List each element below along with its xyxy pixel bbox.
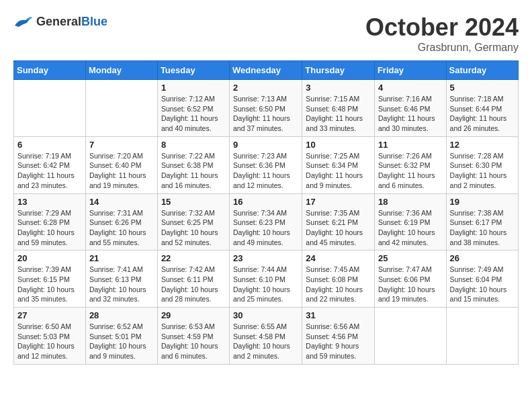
sunset-text: Sunset: 5:01 PM: [89, 332, 142, 340]
logo-general: General: [36, 15, 81, 28]
sunset-text: Sunset: 6:38 PM: [161, 161, 214, 169]
sunrise-text: Sunrise: 7:41 AM: [89, 265, 143, 273]
day-cell: 31 Sunrise: 6:56 AM Sunset: 4:56 PM Dayl…: [302, 308, 375, 365]
weekday-header-monday: Monday: [85, 61, 157, 80]
day-cell: 17 Sunrise: 7:35 AM Sunset: 6:21 PM Dayl…: [302, 193, 375, 250]
sunrise-text: Sunrise: 6:55 AM: [233, 322, 287, 330]
day-cell: 23 Sunrise: 7:44 AM Sunset: 6:10 PM Dayl…: [230, 250, 302, 308]
daylight-text: Daylight: 10 hours and 55 minutes.: [89, 228, 146, 246]
day-number: 30: [233, 310, 298, 320]
daylight-text: Daylight: 11 hours and 30 minutes.: [378, 114, 435, 132]
day-number: 28: [89, 310, 154, 320]
day-number: 31: [306, 310, 371, 320]
sunset-text: Sunset: 6:23 PM: [233, 218, 285, 226]
day-cell: 3 Sunrise: 7:15 AM Sunset: 6:48 PM Dayli…: [302, 80, 375, 137]
day-cell: 20 Sunrise: 7:39 AM Sunset: 6:15 PM Dayl…: [14, 250, 86, 308]
day-cell: 19 Sunrise: 7:38 AM Sunset: 6:17 PM Dayl…: [446, 193, 518, 250]
sunset-text: Sunset: 6:52 PM: [161, 105, 214, 113]
day-number: 21: [89, 253, 154, 263]
sunset-text: Sunset: 4:58 PM: [233, 332, 285, 340]
sunrise-text: Sunrise: 7:22 AM: [161, 152, 215, 160]
day-cell: [446, 308, 518, 365]
daylight-text: Daylight: 11 hours and 2 minutes.: [450, 171, 507, 189]
weekday-header-wednesday: Wednesday: [230, 61, 302, 80]
day-info: Sunrise: 7:22 AM Sunset: 6:38 PM Dayligh…: [161, 151, 226, 191]
day-info: Sunrise: 6:52 AM Sunset: 5:01 PM Dayligh…: [89, 322, 154, 361]
day-cell: [85, 80, 157, 137]
day-info: Sunrise: 7:31 AM Sunset: 6:26 PM Dayligh…: [89, 208, 154, 248]
sunset-text: Sunset: 6:10 PM: [233, 275, 285, 283]
sunrise-text: Sunrise: 7:25 AM: [306, 152, 359, 160]
daylight-text: Daylight: 10 hours and 9 minutes.: [89, 342, 146, 360]
sunset-text: Sunset: 6:42 PM: [17, 161, 70, 169]
daylight-text: Daylight: 11 hours and 9 minutes.: [306, 171, 363, 189]
day-number: 9: [233, 140, 298, 150]
day-cell: 5 Sunrise: 7:18 AM Sunset: 6:44 PM Dayli…: [446, 80, 518, 137]
sunrise-text: Sunrise: 7:18 AM: [450, 95, 504, 103]
sunset-text: Sunset: 6:32 PM: [378, 161, 431, 169]
day-info: Sunrise: 7:18 AM Sunset: 6:44 PM Dayligh…: [450, 94, 515, 134]
day-number: 16: [233, 197, 298, 207]
sunrise-text: Sunrise: 6:53 AM: [161, 322, 215, 330]
sunrise-text: Sunrise: 7:19 AM: [17, 152, 71, 160]
week-row-3: 13 Sunrise: 7:29 AM Sunset: 6:28 PM Dayl…: [14, 193, 519, 250]
daylight-text: Daylight: 11 hours and 12 minutes.: [233, 171, 290, 189]
sunrise-text: Sunrise: 7:29 AM: [17, 209, 71, 217]
day-number: 20: [17, 253, 82, 263]
day-cell: 1 Sunrise: 7:12 AM Sunset: 6:52 PM Dayli…: [157, 80, 229, 137]
sunrise-text: Sunrise: 7:12 AM: [161, 95, 215, 103]
sunset-text: Sunset: 6:28 PM: [17, 218, 70, 226]
day-info: Sunrise: 7:45 AM Sunset: 6:08 PM Dayligh…: [306, 265, 371, 304]
day-info: Sunrise: 7:23 AM Sunset: 6:36 PM Dayligh…: [233, 151, 298, 191]
sunrise-text: Sunrise: 7:23 AM: [233, 152, 287, 160]
day-number: 3: [306, 83, 371, 93]
sunrise-text: Sunrise: 6:50 AM: [17, 322, 71, 330]
daylight-text: Daylight: 10 hours and 45 minutes.: [306, 228, 363, 246]
daylight-text: Daylight: 10 hours and 59 minutes.: [17, 228, 75, 246]
day-number: 25: [378, 253, 443, 263]
day-cell: 29 Sunrise: 6:53 AM Sunset: 4:59 PM Dayl…: [157, 308, 229, 365]
sunrise-text: Sunrise: 7:49 AM: [450, 265, 504, 273]
daylight-text: Daylight: 9 hours and 59 minutes.: [306, 342, 359, 360]
day-info: Sunrise: 7:35 AM Sunset: 6:21 PM Dayligh…: [306, 208, 371, 248]
day-number: 5: [450, 83, 515, 93]
day-info: Sunrise: 7:28 AM Sunset: 6:30 PM Dayligh…: [450, 151, 515, 191]
sunset-text: Sunset: 6:06 PM: [378, 275, 431, 283]
sunrise-text: Sunrise: 7:31 AM: [89, 209, 143, 217]
day-info: Sunrise: 7:44 AM Sunset: 6:10 PM Dayligh…: [233, 265, 298, 304]
sunset-text: Sunset: 6:08 PM: [306, 275, 358, 283]
sunrise-text: Sunrise: 7:36 AM: [378, 209, 432, 217]
day-cell: 28 Sunrise: 6:52 AM Sunset: 5:01 PM Dayl…: [85, 308, 157, 365]
day-cell: 21 Sunrise: 7:41 AM Sunset: 6:13 PM Dayl…: [85, 250, 157, 308]
day-cell: 25 Sunrise: 7:47 AM Sunset: 6:06 PM Dayl…: [374, 250, 446, 308]
day-number: 8: [161, 140, 226, 150]
daylight-text: Daylight: 10 hours and 38 minutes.: [450, 228, 507, 246]
sunrise-text: Sunrise: 7:20 AM: [89, 152, 143, 160]
daylight-text: Daylight: 11 hours and 37 minutes.: [233, 114, 290, 132]
day-number: 11: [378, 140, 443, 150]
daylight-text: Daylight: 11 hours and 16 minutes.: [161, 171, 218, 189]
daylight-text: Daylight: 10 hours and 15 minutes.: [450, 285, 507, 304]
sunset-text: Sunset: 6:21 PM: [306, 218, 358, 226]
day-cell: 8 Sunrise: 7:22 AM Sunset: 6:38 PM Dayli…: [157, 136, 229, 193]
daylight-text: Daylight: 11 hours and 26 minutes.: [450, 114, 507, 132]
sunrise-text: Sunrise: 7:13 AM: [233, 95, 287, 103]
sunset-text: Sunset: 6:40 PM: [89, 161, 142, 169]
week-row-1: 1 Sunrise: 7:12 AM Sunset: 6:52 PM Dayli…: [14, 80, 519, 137]
sunrise-text: Sunrise: 7:15 AM: [306, 95, 359, 103]
daylight-text: Daylight: 11 hours and 23 minutes.: [17, 171, 75, 189]
calendar-header-row: SundayMondayTuesdayWednesdayThursdayFrid…: [14, 61, 519, 80]
daylight-text: Daylight: 10 hours and 22 minutes.: [306, 285, 363, 304]
sunset-text: Sunset: 6:04 PM: [450, 275, 502, 283]
day-cell: 26 Sunrise: 7:49 AM Sunset: 6:04 PM Dayl…: [446, 250, 518, 308]
day-number: 29: [161, 310, 226, 320]
calendar-table: SundayMondayTuesdayWednesdayThursdayFrid…: [13, 60, 519, 365]
sunset-text: Sunset: 6:30 PM: [450, 161, 502, 169]
sunrise-text: Sunrise: 7:38 AM: [450, 209, 504, 217]
daylight-text: Daylight: 10 hours and 12 minutes.: [17, 342, 75, 360]
day-cell: 4 Sunrise: 7:16 AM Sunset: 6:46 PM Dayli…: [374, 80, 446, 137]
day-cell: 22 Sunrise: 7:42 AM Sunset: 6:11 PM Dayl…: [157, 250, 229, 308]
daylight-text: Daylight: 11 hours and 33 minutes.: [306, 114, 363, 132]
day-cell: 24 Sunrise: 7:45 AM Sunset: 6:08 PM Dayl…: [302, 250, 375, 308]
sunrise-text: Sunrise: 7:42 AM: [161, 265, 215, 273]
